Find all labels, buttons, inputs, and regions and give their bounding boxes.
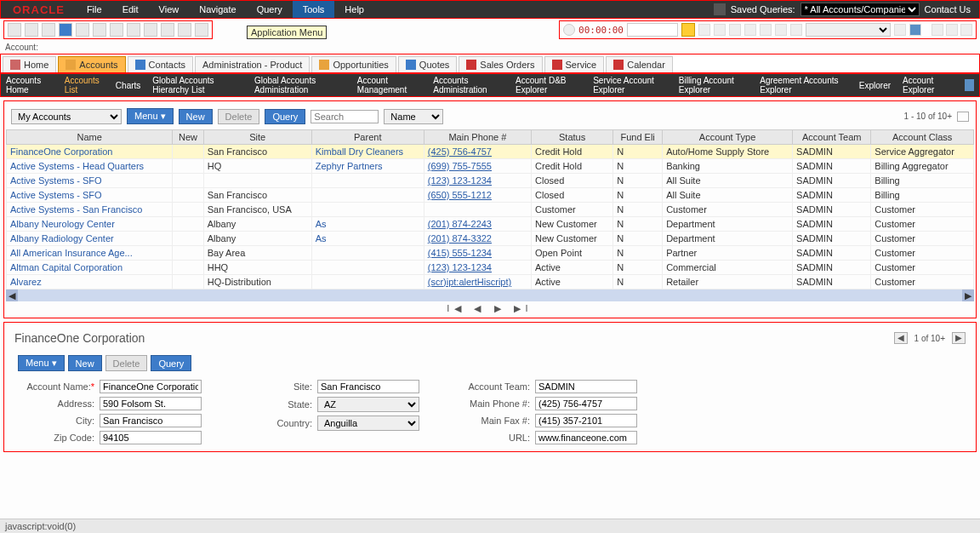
subnav-agreement-accounts-explorer[interactable]: Agreement Accounts Explorer [760,76,847,95]
table-row[interactable]: Active Systems - Head QuartersHQZephyr P… [7,159,974,174]
zip-field[interactable] [100,431,202,444]
tab-sales-orders[interactable]: Sales Orders [459,56,542,72]
toolbar-icon[interactable] [775,24,787,36]
cell-parent[interactable]: Zephyr Partners [311,159,424,174]
tab-contacts[interactable]: Contacts [128,56,193,72]
toolbar-icon[interactable] [744,24,756,36]
toolbar-icon[interactable] [909,24,921,36]
table-row[interactable]: Active Systems - SFO(123) 123-1234Closed… [7,174,974,188]
subnav-billing-account-explorer[interactable]: Billing Account Explorer [679,76,748,95]
toolbar-icon[interactable] [760,24,772,36]
cell-phone[interactable]: (699) 755-7555 [424,159,531,174]
list-menu-button[interactable]: Menu ▾ [127,108,174,124]
menu-edit[interactable]: Edit [112,1,149,18]
tab-administration-product[interactable]: Administration - Product [195,56,310,72]
toolbar-icon[interactable] [178,23,191,37]
toolbar-icon[interactable] [729,24,741,36]
cell-parent[interactable]: Kimball Dry Cleaners [311,145,424,159]
prev-record-button[interactable]: ◀ [894,332,908,344]
cell-phone[interactable] [424,203,531,217]
toolbar-icon[interactable] [110,23,123,37]
detail-delete-button[interactable]: Delete [105,355,148,371]
search-input[interactable] [311,110,379,123]
subnav-explorer[interactable]: Explorer [859,81,891,90]
toolbar-icon[interactable] [161,23,174,37]
account-link[interactable]: Active Systems - San Francisco [10,204,142,215]
col-main-phone-[interactable]: Main Phone # [424,130,531,145]
tab-opportunities[interactable]: Opportunities [311,56,396,72]
scroll-left-arrow[interactable]: ◀ [6,289,18,301]
new-button[interactable]: New [179,109,213,124]
state-field[interactable]: AZ [317,397,419,412]
account-link[interactable]: FinanceOne Corporation [10,146,112,157]
layout-icon[interactable] [957,112,969,122]
col-parent[interactable]: Parent [311,130,424,145]
cell-parent[interactable]: As [311,217,424,232]
col-account-type[interactable]: Account Type [663,130,793,145]
play-button[interactable] [681,23,695,37]
toolbar-select[interactable] [806,23,891,37]
col-new[interactable]: New [173,130,203,145]
cell-parent[interactable] [311,188,424,203]
menu-query[interactable]: Query [247,1,293,18]
col-account-class[interactable]: Account Class [871,130,974,145]
account-name-field[interactable] [100,380,202,393]
cell-name[interactable]: Alvarez [7,275,173,289]
address-field[interactable] [100,397,202,410]
cell-phone[interactable]: (123) 123-1234 [424,174,531,188]
cell-phone[interactable]: (425) 756-4757 [424,145,531,159]
cell-name[interactable]: Active Systems - Head Quarters [7,159,173,174]
toolbar-icon[interactable] [195,23,208,37]
cell-name[interactable]: Albany Radiology Center [7,232,173,246]
toolbar-icon[interactable] [946,24,958,36]
table-row[interactable]: Active Systems - SFOSan Francisco(650) 5… [7,188,974,203]
cell-parent[interactable] [311,261,424,275]
timer-input[interactable] [627,23,678,37]
table-row[interactable]: Altman Capital CorporationHHQ(123) 123-1… [7,261,974,275]
detail-query-button[interactable]: Query [151,355,191,371]
subnav-account-explorer[interactable]: Account Explorer [903,76,953,95]
cell-phone[interactable]: (scr)ipt:alertHiscript) [424,275,531,289]
tab-quotes[interactable]: Quotes [398,56,457,72]
cell-parent[interactable]: As [311,232,424,246]
table-row[interactable]: Active Systems - San FranciscoSan Franci… [7,203,974,217]
saved-queries-select[interactable]: * All Accounts/Companies [801,3,920,16]
subnav-dropdown-icon[interactable] [965,79,974,91]
toolbar-icon[interactable] [144,23,157,37]
cell-name[interactable]: Active Systems - SFO [7,174,173,188]
cell-name[interactable]: Altman Capital Corporation [7,261,173,275]
table-row[interactable]: Albany Neurology CenterAlbanyAs(201) 874… [7,217,974,232]
subnav-global-accounts-hierarchy-list[interactable]: Global Accounts Hierarchy List [152,76,242,95]
toolbar-icon[interactable] [59,23,72,37]
account-link[interactable]: All American Insurance Age... [10,248,133,258]
cell-phone[interactable]: (650) 555-1212 [424,188,531,203]
cell-phone[interactable]: (123) 123-1234 [424,261,531,275]
subnav-accounts-list[interactable]: Accounts List [65,76,104,95]
subnav-account-d-b-explorer[interactable]: Account D&B Explorer [516,76,581,95]
site-field[interactable] [317,380,419,393]
toolbar-icon[interactable] [932,24,943,36]
scroll-right-arrow[interactable]: ▶ [962,289,974,301]
city-field[interactable] [100,414,202,427]
cell-parent[interactable] [311,246,424,261]
parent-link[interactable]: As [316,233,327,244]
menu-navigate[interactable]: Navigate [189,1,246,18]
menu-tools[interactable]: Tools [293,1,335,18]
subnav-global-accounts-administration[interactable]: Global Accounts Administration [254,76,345,95]
detail-new-button[interactable]: New [68,355,102,371]
account-link[interactable]: Active Systems - SFO [10,175,102,186]
cell-phone[interactable]: (201) 874-3322 [424,232,531,246]
subnav-accounts-home[interactable]: Accounts Home [6,76,53,95]
cell-phone[interactable]: (201) 874-2243 [424,217,531,232]
toolbar-icon[interactable] [960,24,972,36]
toolbar-icon[interactable] [714,24,726,36]
parent-link[interactable]: Kimball Dry Cleaners [316,146,403,157]
phone-field[interactable] [535,397,637,410]
cell-phone[interactable]: (415) 555-1234 [424,246,531,261]
subnav-account-management[interactable]: Account Management [357,76,421,95]
visibility-select[interactable]: My Accounts [11,109,122,124]
history-icon[interactable] [714,3,726,15]
col-name[interactable]: Name [7,130,173,145]
cell-parent[interactable] [311,174,424,188]
tab-service[interactable]: Service [544,56,605,72]
